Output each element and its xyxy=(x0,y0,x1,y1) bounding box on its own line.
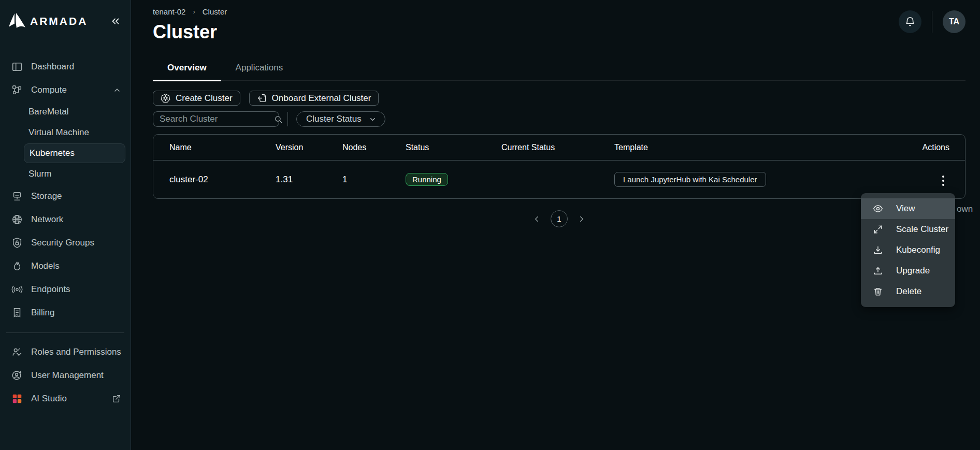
kubernetes-wheel-icon xyxy=(161,93,170,103)
billing-receipt-icon xyxy=(11,307,23,318)
column-header-name: Name xyxy=(169,143,276,152)
brand-name: ARMADA xyxy=(30,15,88,27)
row-actions-menu: View Scale Cluster Kubeconfig Upgrade De… xyxy=(861,193,955,307)
breadcrumb-current: Cluster xyxy=(203,7,227,16)
column-header-current-status: Current Status xyxy=(501,143,614,152)
sidebar-item-label: Slurm xyxy=(28,169,51,179)
cell-cluster-name[interactable]: cluster-02 xyxy=(169,175,276,185)
filter-row: Cluster Status xyxy=(153,111,965,127)
avatar[interactable]: TA xyxy=(943,10,965,33)
download-icon xyxy=(873,245,883,255)
chevron-down-icon xyxy=(369,115,377,123)
sidebar-item-dashboard[interactable]: Dashboard xyxy=(0,55,131,78)
menu-item-delete[interactable]: Delete xyxy=(861,281,955,302)
compute-icon xyxy=(11,84,23,96)
sidebar: ARMADA Dashboard Compute BareMetal Virtu… xyxy=(0,0,131,450)
sidebar-item-label: Virtual Machine xyxy=(28,127,89,138)
clusters-table: Name Version Nodes Status Current Status… xyxy=(153,134,965,199)
flame-icon xyxy=(11,260,23,272)
cell-nodes: 1 xyxy=(342,175,406,185)
sidebar-item-label: Security Groups xyxy=(31,238,94,248)
search-icon[interactable] xyxy=(274,115,283,124)
sidebar-item-storage[interactable]: Storage xyxy=(0,184,131,208)
sidebar-item-virtual-machine[interactable]: Virtual Machine xyxy=(0,122,131,143)
storage-icon xyxy=(11,191,23,202)
pagination: 1 xyxy=(153,210,965,227)
sidebar-item-label: BareMetal xyxy=(28,107,68,117)
status-badge: Running xyxy=(406,173,448,186)
sidebar-item-user-management[interactable]: User Management xyxy=(0,364,131,387)
menu-item-label: Upgrade xyxy=(896,266,930,276)
cluster-status-label: Cluster Status xyxy=(306,114,362,124)
sidebar-item-compute[interactable]: Compute xyxy=(0,78,131,101)
breadcrumb: tenant-02 › Cluster xyxy=(153,7,227,16)
sidebar-item-label: AI Studio xyxy=(31,394,67,404)
cluster-status-select[interactable]: Cluster Status xyxy=(296,111,385,127)
create-cluster-label: Create Cluster xyxy=(176,93,233,104)
table-header-row: Name Version Nodes Status Current Status… xyxy=(153,135,965,161)
avatar-initials: TA xyxy=(949,17,959,26)
active-item-pill: Kubernetes xyxy=(24,143,125,163)
armada-logo-icon xyxy=(8,13,26,30)
sidebar-item-baremetal[interactable]: BareMetal xyxy=(0,101,131,122)
page-title: Cluster xyxy=(153,21,227,43)
chevron-up-icon[interactable] xyxy=(113,86,121,94)
column-header-status: Status xyxy=(406,143,501,152)
sidebar-item-kubernetes[interactable]: Kubernetes xyxy=(0,143,131,164)
sidebar-item-label: Billing xyxy=(31,308,54,318)
upload-icon xyxy=(873,266,883,276)
file-import-icon xyxy=(257,93,267,103)
menu-item-upgrade[interactable]: Upgrade xyxy=(861,260,955,281)
sidebar-item-security-groups[interactable]: Security Groups xyxy=(0,231,131,254)
sidebar-item-slurm[interactable]: Slurm xyxy=(0,164,131,184)
filter-divider xyxy=(287,112,288,126)
sidebar-item-models[interactable]: Models xyxy=(0,254,131,278)
menu-item-label: Scale Cluster xyxy=(896,224,948,235)
clipped-summary-text: own xyxy=(957,204,973,214)
brand-row: ARMADA xyxy=(0,9,131,33)
sidebar-nav: Dashboard Compute BareMetal Virtual Mach… xyxy=(0,55,131,410)
menu-item-label: View xyxy=(896,204,915,214)
menu-item-kubeconfig[interactable]: Kubeconfig xyxy=(861,240,955,260)
tab-applications[interactable]: Applications xyxy=(221,56,298,80)
sidebar-item-endpoints[interactable]: Endpoints xyxy=(0,278,131,301)
topbar: tenant-02 › Cluster Cluster TA xyxy=(153,0,965,43)
action-buttons-row: Create Cluster Onboard External Cluster xyxy=(153,91,965,106)
network-globe-icon xyxy=(11,214,23,225)
sidebar-item-label: Compute xyxy=(31,85,67,95)
menu-item-view[interactable]: View xyxy=(861,198,955,219)
launch-template-button[interactable]: Launch JupyterHub with Kai Scheduler xyxy=(614,172,766,187)
resize-arrows-icon xyxy=(873,224,883,235)
breadcrumb-parent[interactable]: tenant-02 xyxy=(153,7,185,16)
menu-item-scale-cluster[interactable]: Scale Cluster xyxy=(861,219,955,240)
onboard-external-cluster-label: Onboard External Cluster xyxy=(272,93,371,104)
breadcrumb-separator-icon: › xyxy=(193,8,195,16)
eye-icon xyxy=(873,204,883,214)
main-content: tenant-02 › Cluster Cluster TA Overview … xyxy=(131,0,980,450)
next-page-icon[interactable] xyxy=(577,214,586,224)
search-input[interactable] xyxy=(160,114,274,124)
menu-item-label: Kubeconfig xyxy=(896,245,940,255)
sidebar-item-ai-studio[interactable]: AI Studio xyxy=(0,387,131,410)
users-check-icon xyxy=(11,346,23,358)
column-header-nodes: Nodes xyxy=(342,143,406,152)
ai-studio-grid-icon xyxy=(11,393,23,404)
row-actions-kebab-icon[interactable] xyxy=(937,172,949,189)
header-divider xyxy=(932,11,932,33)
sidebar-item-label: Dashboard xyxy=(31,62,74,72)
sidebar-item-network[interactable]: Network xyxy=(0,208,131,231)
onboard-external-cluster-button[interactable]: Onboard External Cluster xyxy=(249,91,379,106)
previous-page-icon[interactable] xyxy=(532,214,541,224)
trash-icon xyxy=(873,286,883,297)
create-cluster-button[interactable]: Create Cluster xyxy=(153,91,240,106)
shield-lock-icon xyxy=(11,237,23,249)
tab-overview[interactable]: Overview xyxy=(153,56,221,80)
sidebar-collapse-icon[interactable] xyxy=(110,16,121,27)
column-header-actions: Actions xyxy=(882,143,949,152)
sidebar-item-label: Storage xyxy=(31,191,62,201)
sidebar-item-label: Network xyxy=(31,214,63,225)
notifications-button[interactable] xyxy=(899,10,921,33)
sidebar-item-roles-permissions[interactable]: Roles and Permissions xyxy=(0,340,131,364)
page-number-button[interactable]: 1 xyxy=(551,210,568,227)
sidebar-item-billing[interactable]: Billing xyxy=(0,301,131,324)
